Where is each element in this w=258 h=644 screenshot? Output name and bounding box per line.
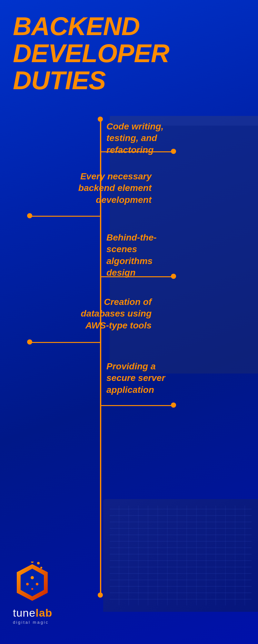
dot-5 xyxy=(171,402,176,408)
hline-3 xyxy=(101,276,174,277)
title-line2: DEVELOPER xyxy=(13,40,169,67)
logo-text: tune lab xyxy=(13,607,52,619)
item-code-writing: Code writing, testing, and refactoring xyxy=(106,121,181,156)
timeline-dot-top xyxy=(98,117,103,122)
dot-4 xyxy=(27,339,32,345)
svg-point-5 xyxy=(31,588,33,590)
dot-2 xyxy=(27,213,32,218)
dot-1 xyxy=(171,149,176,154)
logo-brand: tune xyxy=(13,607,35,619)
svg-point-2 xyxy=(31,576,34,579)
item-backend-element: Every necessary backend element developm… xyxy=(71,171,152,206)
title-line1: BACKEND xyxy=(13,13,169,40)
timeline-line xyxy=(100,119,101,596)
hline-5 xyxy=(101,405,174,406)
item-algorithms: Behind-the-scenes algorithms design xyxy=(106,232,181,279)
item-secure-server: Providing a secure server application xyxy=(106,361,181,396)
hline-1 xyxy=(101,151,174,152)
dot-3 xyxy=(171,274,176,279)
hline-4 xyxy=(30,342,101,343)
keyboard-bg xyxy=(103,499,258,612)
logo-tagline: digital magic xyxy=(13,620,49,625)
main-title: BACKEND DEVELOPER DUTIES xyxy=(13,13,169,94)
hline-2 xyxy=(30,216,101,217)
logo-area: tune lab digital magic xyxy=(13,562,52,625)
svg-point-3 xyxy=(26,583,29,585)
logo-brand-bold: lab xyxy=(35,607,52,619)
title-line3: DUTIES xyxy=(13,67,169,94)
svg-point-4 xyxy=(36,583,38,585)
logo-hex-icon xyxy=(13,562,52,603)
svg-point-6 xyxy=(31,562,34,563)
timeline-dot-end xyxy=(98,592,103,598)
item-databases: Creation of databases using AWS-type too… xyxy=(71,296,152,331)
page-content: BACKEND DEVELOPER DUTIES Code writing, t… xyxy=(0,0,258,644)
